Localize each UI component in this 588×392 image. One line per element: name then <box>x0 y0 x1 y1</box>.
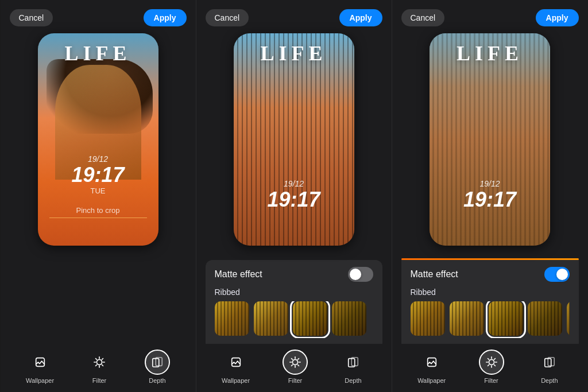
panel-3-apply-button[interactable]: Apply <box>536 9 579 26</box>
panel-3-thumb-5[interactable] <box>567 301 570 336</box>
panel-1-bottom-nav: Wallpaper Filter <box>10 344 187 392</box>
panel-3-depth-label: Depth <box>541 377 558 384</box>
panel-2-time: 19:17 <box>234 188 354 211</box>
panel-2-depth-icon-wrap <box>341 350 366 375</box>
panel-3-bottom-nav: Wallpaper <box>401 344 579 392</box>
panel-3-wallpaper-label: Wallpaper <box>417 377 446 384</box>
panel-2-clock: 19/12 19:17 <box>234 179 354 211</box>
wallpaper-icon-2 <box>230 356 242 368</box>
panel-2-matte-row: Matte effect <box>215 267 373 282</box>
panel-1-clock: 19/12 19:17 TUE <box>38 154 158 195</box>
panel-1-wallpaper-label: Wallpaper <box>26 377 54 384</box>
depth-icon-2 <box>347 356 359 368</box>
panel-1-filter-icon-wrap <box>87 350 112 375</box>
panel-2-filter-label: Filter <box>288 377 302 384</box>
panel-3-phone-preview: LIFE 19/12 19:17 <box>430 33 550 246</box>
panel-2-apply-button[interactable]: Apply <box>339 9 382 26</box>
panel-2-bottom-section: Matte effect Ribbed <box>206 260 382 392</box>
panel-2-nav-filter[interactable]: Filter <box>283 350 308 384</box>
panel-2-cancel-button[interactable]: Cancel <box>206 9 249 26</box>
panel-1-phone-preview: LIFE 19/12 19:17 TUE Pinch to crop <box>38 33 158 246</box>
panel-1-nav-wallpaper[interactable]: Wallpaper <box>26 350 54 384</box>
panel-1-filter-label: Filter <box>92 377 106 384</box>
panel-3-thumb-2[interactable] <box>450 301 484 336</box>
filter-icon-3 <box>485 356 498 368</box>
svg-line-7 <box>102 365 103 366</box>
panel-2-thumb-2[interactable] <box>254 301 288 336</box>
panel-2-phone-preview: LIFE 19/12 19:17 <box>234 33 354 246</box>
panel-3-bottom-section: Matte effect Ribbed <box>401 258 579 392</box>
panel-1-life-text: LIFE <box>38 41 158 65</box>
svg-line-8 <box>96 365 97 366</box>
panel-3-cancel-button[interactable]: Cancel <box>401 9 445 26</box>
crop-line <box>49 218 147 218</box>
panel-2-toggle-knob <box>350 269 361 280</box>
panel-3-filter-icon-wrap <box>479 350 504 375</box>
wallpaper-icon-3 <box>425 356 438 368</box>
filter-icon <box>93 356 106 368</box>
panel-1-day: TUE <box>38 187 158 195</box>
panel-1-depth-icon-wrap <box>145 350 170 375</box>
pinch-crop-label: Pinch to crop <box>38 206 158 215</box>
depth-icon <box>151 356 164 368</box>
panel-3-time: 19:17 <box>430 188 550 211</box>
svg-line-9 <box>102 359 103 360</box>
panel-3-thumb-1[interactable] <box>411 301 445 336</box>
panel-1-date: 19/12 <box>38 154 158 164</box>
panel-2-thumb-4[interactable] <box>332 301 366 336</box>
panel-3-clock: 19/12 19:17 <box>430 179 550 211</box>
panel-3-matte-toggle[interactable] <box>544 267 570 282</box>
depth-icon-3 <box>543 356 556 368</box>
panel-3-wallpaper-icon-wrap <box>419 350 444 375</box>
panel-2-nav-wallpaper[interactable]: Wallpaper <box>222 350 250 384</box>
panel-2-wallpaper-label: Wallpaper <box>222 377 250 384</box>
panels-container: Cancel Apply LIFE 19/12 19:17 TUE Pinch … <box>0 0 588 392</box>
panel-2-ribbed-label: Ribbed <box>215 288 373 297</box>
wallpaper-icon <box>34 356 47 368</box>
panel-3-nav-depth[interactable]: Depth <box>537 350 562 384</box>
svg-point-1 <box>96 359 102 364</box>
panel-3-matte-row: Matte effect <box>411 267 570 282</box>
panel-2-header: Cancel Apply <box>206 9 382 26</box>
panel-3-filter-label: Filter <box>484 377 498 384</box>
panel-2-thumbnails <box>215 301 373 338</box>
panel-3-ribbed-label: Ribbed <box>411 288 570 297</box>
panel-3-toggle-knob <box>556 269 568 280</box>
panel-1-header: Cancel Apply <box>10 9 187 26</box>
panel-1-time: 19:17 <box>38 164 158 187</box>
panel-3-nav-filter[interactable]: Filter <box>479 350 504 384</box>
svg-line-21 <box>298 359 299 360</box>
panel-3-thumb-4[interactable] <box>528 301 562 336</box>
panel-2-matte-bar: Matte effect Ribbed <box>206 260 382 344</box>
panel-3-depth-icon-wrap <box>537 350 562 375</box>
svg-line-19 <box>298 365 299 366</box>
panel-2-thumb-3-selected[interactable] <box>293 301 327 336</box>
svg-line-18 <box>292 359 293 360</box>
panel-2-matte-toggle[interactable] <box>348 267 373 282</box>
panel-1: Cancel Apply LIFE 19/12 19:17 TUE Pinch … <box>1 0 196 392</box>
panel-3-thumb-3-selected[interactable] <box>489 301 523 336</box>
svg-line-30 <box>488 359 489 360</box>
panel-3-matte-bar: Matte effect Ribbed <box>401 260 579 344</box>
panel-1-wallpaper-icon-wrap <box>28 350 53 375</box>
panel-1-apply-button[interactable]: Apply <box>144 9 187 26</box>
panel-1-cancel-button[interactable]: Cancel <box>10 9 53 26</box>
panel-3-matte-label: Matte effect <box>411 269 458 280</box>
panel-2-date: 19/12 <box>234 179 354 188</box>
panel-3: Cancel Apply LIFE 19/12 19:17 Matte effe… <box>392 0 588 392</box>
svg-line-31 <box>494 365 495 366</box>
panel-2-filter-icon-wrap <box>283 350 308 375</box>
panel-2-matte-label: Matte effect <box>215 269 262 280</box>
panel-1-nav-filter[interactable]: Filter <box>87 350 112 384</box>
svg-line-32 <box>488 365 489 366</box>
panel-1-nav-depth[interactable]: Depth <box>145 350 170 384</box>
panel-3-nav-wallpaper[interactable]: Wallpaper <box>417 350 446 384</box>
panel-2-depth-label: Depth <box>345 377 361 384</box>
panel-2-thumb-1[interactable] <box>215 301 249 336</box>
svg-line-6 <box>96 359 97 360</box>
panel-3-date: 19/12 <box>430 179 550 188</box>
panel-3-life-text: LIFE <box>430 41 550 65</box>
svg-point-25 <box>489 359 494 364</box>
panel-2-nav-depth[interactable]: Depth <box>341 350 366 384</box>
filter-icon-2 <box>289 356 301 368</box>
